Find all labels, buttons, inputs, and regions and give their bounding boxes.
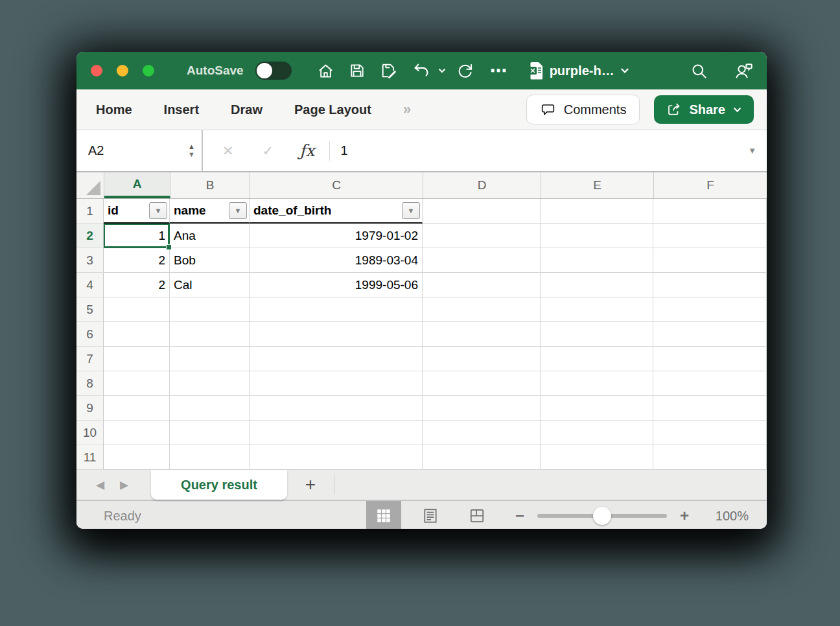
- formula-input[interactable]: 1: [341, 143, 749, 158]
- cell-B4[interactable]: Cal: [170, 273, 250, 297]
- cell-A6[interactable]: [104, 322, 170, 347]
- row-header-2[interactable]: 2: [76, 224, 104, 248]
- zoom-window-button[interactable]: [143, 65, 154, 76]
- cell-F5[interactable]: [653, 297, 767, 322]
- row-header-8[interactable]: 8: [76, 371, 104, 396]
- cell-A2[interactable]: 1: [104, 224, 170, 248]
- select-all-corner[interactable]: [76, 172, 104, 198]
- search-icon[interactable]: [690, 62, 708, 80]
- cell-C11[interactable]: [250, 445, 423, 470]
- cell-A8[interactable]: [104, 371, 170, 396]
- filter-button-id[interactable]: ▼: [149, 202, 167, 219]
- cell-D7[interactable]: [423, 347, 541, 371]
- name-box[interactable]: A2 ▲ ▼: [76, 130, 203, 171]
- undo-icon[interactable]: [412, 62, 430, 80]
- accept-icon[interactable]: ✓: [262, 143, 274, 159]
- zoom-out-button[interactable]: −: [515, 507, 524, 525]
- zoom-in-button[interactable]: +: [680, 507, 689, 525]
- cell-B11[interactable]: [170, 445, 250, 470]
- cell-A5[interactable]: [104, 297, 170, 322]
- cell-F1[interactable]: [653, 199, 767, 224]
- spinner-up-icon[interactable]: ▲: [188, 144, 195, 150]
- tab-draw[interactable]: Draw: [231, 102, 262, 117]
- cell-E4[interactable]: [541, 273, 653, 297]
- cell-B7[interactable]: [170, 347, 250, 371]
- cell-F9[interactable]: [653, 396, 767, 421]
- cell-E2[interactable]: [541, 224, 653, 248]
- cell-B1[interactable]: name▼: [170, 199, 250, 224]
- cell-C4[interactable]: 1999-05-06: [250, 273, 423, 297]
- minimize-window-button[interactable]: [117, 65, 128, 76]
- cell-E8[interactable]: [541, 371, 653, 396]
- row-header-11[interactable]: 11: [76, 445, 104, 470]
- cell-E9[interactable]: [541, 396, 653, 421]
- cell-B9[interactable]: [170, 396, 250, 421]
- cell-E11[interactable]: [541, 445, 653, 470]
- cell-D4[interactable]: [423, 273, 541, 297]
- cell-E6[interactable]: [541, 322, 653, 347]
- cell-A11[interactable]: [104, 445, 170, 470]
- row-header-3[interactable]: 3: [76, 248, 104, 273]
- cell-E3[interactable]: [541, 248, 653, 273]
- normal-view-button[interactable]: [366, 501, 401, 529]
- column-header-F[interactable]: F: [654, 172, 767, 198]
- page-break-view-button[interactable]: [460, 501, 495, 529]
- name-box-spinner[interactable]: ▲ ▼: [188, 144, 195, 157]
- ribbon-overflow-icon[interactable]: »: [403, 101, 411, 118]
- zoom-slider-thumb[interactable]: [593, 507, 611, 525]
- cell-B3[interactable]: Bob: [170, 248, 250, 273]
- cell-C3[interactable]: 1989-03-04: [250, 248, 423, 273]
- column-header-A[interactable]: A: [104, 172, 170, 198]
- cell-B10[interactable]: [170, 421, 250, 445]
- add-sheet-button[interactable]: +: [287, 470, 334, 500]
- cell-C1[interactable]: date_of_birth▼: [250, 199, 423, 224]
- sheet-tab-query-result[interactable]: Query result: [151, 470, 287, 500]
- page-layout-view-button[interactable]: [413, 501, 448, 529]
- row-header-4[interactable]: 4: [76, 273, 104, 297]
- cell-C2[interactable]: 1979-01-02: [250, 224, 423, 248]
- cell-E1[interactable]: [541, 199, 653, 224]
- column-header-D[interactable]: D: [423, 172, 541, 198]
- spinner-down-icon[interactable]: ▼: [188, 152, 195, 157]
- cell-C9[interactable]: [250, 396, 423, 421]
- cell-C5[interactable]: [250, 297, 423, 322]
- cell-A3[interactable]: 2: [104, 248, 170, 273]
- column-header-C[interactable]: C: [250, 172, 423, 198]
- cell-E7[interactable]: [541, 347, 653, 371]
- row-header-1[interactable]: 1: [76, 199, 104, 224]
- cell-E10[interactable]: [541, 421, 653, 445]
- document-title[interactable]: purple-h…: [550, 64, 614, 78]
- comments-button[interactable]: Comments: [526, 95, 640, 124]
- cell-F8[interactable]: [653, 371, 767, 396]
- cell-D2[interactable]: [423, 224, 541, 248]
- row-header-9[interactable]: 9: [76, 396, 104, 421]
- cell-F7[interactable]: [653, 347, 767, 371]
- cell-D5[interactable]: [423, 297, 541, 322]
- cell-A9[interactable]: [104, 396, 170, 421]
- zoom-slider[interactable]: [537, 514, 667, 518]
- row-header-6[interactable]: 6: [76, 322, 104, 347]
- cell-A7[interactable]: [104, 347, 170, 371]
- save-as-icon[interactable]: [380, 62, 398, 80]
- cell-A1[interactable]: id▼: [104, 199, 170, 224]
- cell-D3[interactable]: [423, 248, 541, 273]
- cell-F11[interactable]: [653, 445, 767, 470]
- prev-sheet-icon[interactable]: ◀: [96, 478, 104, 492]
- share-button[interactable]: Share: [654, 95, 754, 124]
- redo-icon[interactable]: [456, 62, 474, 80]
- cell-D1[interactable]: [423, 199, 541, 224]
- cell-C6[interactable]: [250, 322, 423, 347]
- save-icon[interactable]: [349, 62, 366, 79]
- column-header-B[interactable]: B: [170, 172, 250, 198]
- tab-home[interactable]: Home: [96, 102, 132, 117]
- autosave-toggle[interactable]: [255, 62, 292, 80]
- row-header-5[interactable]: 5: [76, 297, 104, 322]
- cell-D11[interactable]: [423, 445, 541, 470]
- cell-E5[interactable]: [541, 297, 653, 322]
- filter-button-date_of_birth[interactable]: ▼: [402, 202, 420, 219]
- next-sheet-icon[interactable]: ▶: [120, 478, 128, 492]
- cell-B6[interactable]: [170, 322, 250, 347]
- row-header-10[interactable]: 10: [76, 421, 104, 445]
- formula-bar-expand-icon[interactable]: ▼: [748, 146, 756, 156]
- insert-function-icon[interactable]: ƒx: [299, 141, 314, 160]
